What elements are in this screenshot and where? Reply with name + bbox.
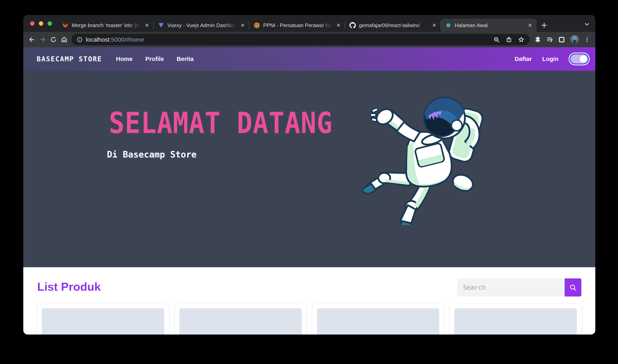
tab-title: gemafajar09/react-tailwind bbox=[359, 22, 428, 28]
gitlab-icon bbox=[62, 22, 68, 28]
tab-github[interactable]: gemafajar09/react-tailwind ✕ bbox=[345, 19, 441, 32]
media-playlist-icon[interactable] bbox=[546, 36, 553, 43]
zoom-out-icon[interactable] bbox=[493, 37, 500, 43]
tab-close-icon[interactable]: ✕ bbox=[527, 22, 533, 28]
address-bar[interactable]: localhost:5000/#home bbox=[71, 34, 530, 45]
home-icon bbox=[61, 36, 67, 43]
tab-gitlab-merge[interactable]: Merge branch 'master' into 'jih ✕ bbox=[58, 19, 154, 32]
home-button[interactable] bbox=[59, 34, 69, 45]
product-image-placeholder bbox=[42, 308, 164, 335]
tab-halaman-awal-active[interactable]: Halaman Awal ✕ bbox=[441, 19, 537, 32]
info-icon[interactable] bbox=[77, 37, 83, 43]
tab-close-icon[interactable]: ✕ bbox=[431, 22, 437, 28]
search-button[interactable] bbox=[565, 278, 581, 297]
product-card[interactable] bbox=[312, 304, 444, 335]
hero-section: SELAMAT DATANG Di Basecamp Store bbox=[23, 71, 595, 267]
github-icon bbox=[349, 22, 356, 28]
ppni-icon bbox=[254, 22, 260, 28]
products-section: List Produk bbox=[23, 267, 595, 335]
brand-logo[interactable]: BASECAMP STORE bbox=[37, 55, 102, 63]
tab-close-icon[interactable]: ✕ bbox=[144, 22, 150, 28]
products-title: List Produk bbox=[37, 280, 101, 293]
tab-title: Halaman Awal bbox=[455, 22, 524, 28]
product-image-placeholder bbox=[179, 308, 302, 335]
traffic-lights bbox=[23, 15, 58, 32]
site-navbar: BASECAMP STORE Home Profile Berita Dafta… bbox=[23, 47, 595, 71]
star-icon[interactable] bbox=[518, 37, 524, 43]
forward-button[interactable] bbox=[37, 34, 48, 45]
product-image-placeholder bbox=[454, 308, 577, 335]
tab-title: Merge branch 'master' into 'jih bbox=[72, 22, 141, 28]
search-input[interactable] bbox=[457, 278, 565, 297]
side-panel-icon[interactable] bbox=[558, 36, 565, 43]
astronaut-illustration bbox=[354, 94, 484, 225]
nav-links: Home Profile Berita bbox=[116, 55, 194, 62]
url-text: localhost:5000/#home bbox=[86, 36, 144, 43]
tab-ppni[interactable]: PPNI - Persatuan Perawat Nasi ✕ bbox=[249, 19, 345, 32]
tab-strip: Merge branch 'master' into 'jih ✕ Vuexy … bbox=[23, 15, 595, 32]
minimize-window-button[interactable] bbox=[39, 21, 43, 26]
product-card-list bbox=[37, 304, 581, 335]
tab-search-chevron-button[interactable] bbox=[584, 21, 590, 28]
product-card[interactable] bbox=[37, 304, 169, 335]
vuexy-icon bbox=[158, 22, 164, 28]
fullscreen-window-button[interactable] bbox=[48, 21, 52, 26]
nav-link-home[interactable]: Home bbox=[116, 55, 133, 62]
tab-close-icon[interactable]: ✕ bbox=[335, 22, 341, 28]
reload-button[interactable] bbox=[48, 34, 59, 45]
share-icon[interactable] bbox=[506, 37, 512, 43]
search-bar bbox=[457, 278, 581, 297]
url-host: localhost bbox=[86, 36, 109, 43]
plus-icon bbox=[541, 22, 548, 29]
forward-icon bbox=[39, 36, 46, 43]
search-icon bbox=[569, 284, 577, 291]
tab-close-icon[interactable]: ✕ bbox=[240, 22, 246, 28]
toolbar-right-icons bbox=[532, 35, 592, 44]
chevron-down-icon bbox=[584, 21, 590, 27]
nav-link-profile[interactable]: Profile bbox=[145, 55, 164, 62]
toggle-knob bbox=[580, 55, 587, 63]
nav-actions: Daftar Login bbox=[515, 54, 590, 64]
register-link[interactable]: Daftar bbox=[515, 55, 532, 62]
react-icon bbox=[445, 22, 451, 28]
browser-window: Merge branch 'master' into 'jih ✕ Vuexy … bbox=[23, 15, 595, 335]
theme-toggle[interactable] bbox=[570, 54, 588, 64]
tab-vuexy[interactable]: Vuexy - Vuejs Admin Dashboar ✕ bbox=[154, 19, 249, 32]
tab-title: PPNI - Persatuan Perawat Nasi bbox=[263, 22, 332, 28]
hero-title: SELAMAT DATANG bbox=[109, 108, 333, 138]
extensions-puzzle-icon[interactable] bbox=[534, 36, 541, 43]
close-window-button[interactable] bbox=[30, 21, 34, 26]
url-path: :5000/#home bbox=[109, 36, 144, 43]
hero-subtitle: Di Basecamp Store bbox=[107, 149, 333, 159]
product-card[interactable] bbox=[175, 304, 306, 335]
nav-link-berita[interactable]: Berita bbox=[177, 55, 193, 62]
new-tab-button[interactable] bbox=[539, 20, 550, 31]
back-icon bbox=[28, 36, 35, 43]
login-link[interactable]: Login bbox=[542, 55, 558, 62]
hero-text: SELAMAT DATANG Di Basecamp Store bbox=[107, 108, 333, 159]
reload-icon bbox=[50, 36, 57, 43]
browser-toolbar: localhost:5000/#home bbox=[23, 32, 595, 47]
product-image-placeholder bbox=[317, 308, 439, 335]
profile-avatar[interactable] bbox=[570, 35, 579, 44]
tab-title: Vuexy - Vuejs Admin Dashboar bbox=[167, 22, 236, 28]
product-card[interactable] bbox=[450, 304, 581, 335]
menu-dots-icon[interactable] bbox=[584, 36, 590, 43]
back-button[interactable] bbox=[26, 34, 37, 45]
